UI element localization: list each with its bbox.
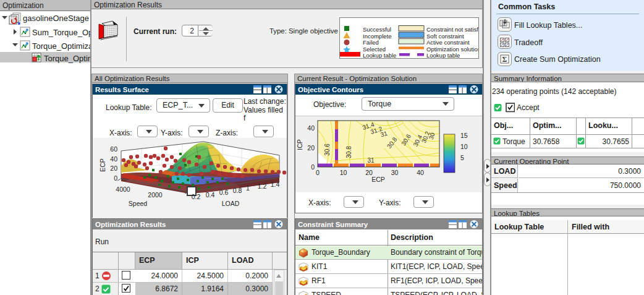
svg-text:2000: 2000 [148, 191, 163, 199]
svg-text:1.2: 1.2 [258, 182, 267, 190]
svg-text:0.6: 0.6 [219, 189, 229, 196]
svg-text:Σ: Σ [502, 55, 507, 64]
svg-text:31: 31 [367, 157, 375, 164]
svg-text:60: 60 [110, 145, 117, 153]
svg-text:5: 5 [460, 154, 464, 161]
svg-text:0.4: 0.4 [206, 191, 215, 199]
svg-text:20: 20 [110, 165, 117, 172]
svg-text:0: 0 [316, 169, 320, 176]
svg-text:0.8: 0.8 [233, 187, 242, 194]
svg-text:10: 10 [460, 143, 468, 150]
svg-text:30: 30 [391, 169, 399, 176]
svg-text:LOAD: LOAD [222, 200, 240, 207]
svg-text:0: 0 [114, 174, 117, 182]
svg-text:0: 0 [311, 163, 315, 171]
svg-text:30.6: 30.6 [324, 143, 331, 156]
svg-text:30.8: 30.8 [345, 146, 352, 158]
svg-text:15: 15 [460, 132, 468, 139]
svg-text:1: 1 [246, 184, 250, 192]
svg-text:40: 40 [110, 155, 117, 163]
svg-text:20: 20 [307, 144, 315, 152]
svg-text:Speed: Speed [129, 200, 148, 207]
svg-text:0.2: 0.2 [192, 193, 201, 200]
svg-text:ICP: ICP [296, 139, 303, 150]
svg-text:4000: 4000 [116, 186, 130, 193]
svg-text:ECP: ECP [99, 158, 106, 172]
svg-text:10: 10 [340, 169, 347, 176]
svg-text:40: 40 [417, 169, 424, 176]
svg-text:1.4: 1.4 [271, 181, 280, 188]
svg-text:40: 40 [307, 124, 315, 132]
svg-text:ECP: ECP [371, 176, 385, 183]
